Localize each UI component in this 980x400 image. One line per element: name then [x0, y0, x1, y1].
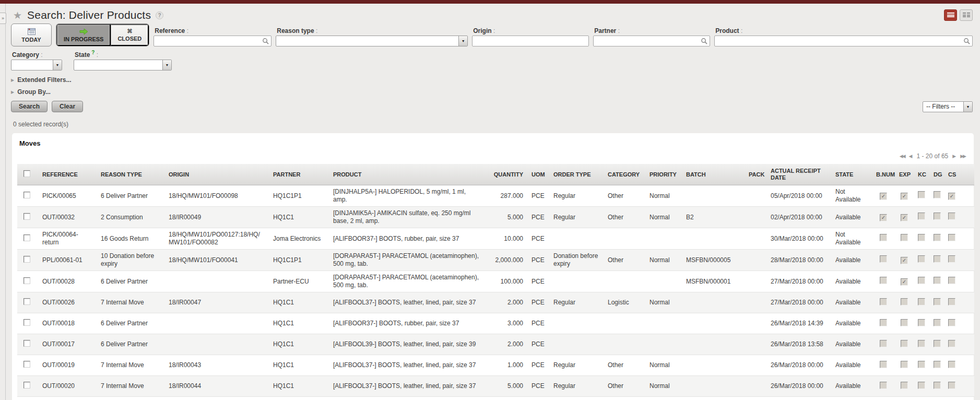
triangle-right-icon: ▶: [11, 90, 14, 95]
column-header-priority[interactable]: PRIORITY: [645, 164, 682, 185]
cell-batch: [682, 355, 745, 376]
table-row[interactable]: PICK/000656 Deliver Partner18/HQ/MW101/F…: [17, 185, 974, 207]
row-select-checkbox[interactable]: [23, 213, 30, 220]
cell-state: Not Available: [831, 185, 872, 207]
product-input[interactable]: [714, 36, 973, 46]
chevron-down-icon[interactable]: ▼: [162, 60, 171, 70]
column-header-dg[interactable]: DG: [929, 164, 944, 185]
chevron-down-icon[interactable]: ▼: [53, 60, 62, 70]
column-view-button[interactable]: [960, 9, 973, 21]
column-header-cs[interactable]: CS: [944, 164, 959, 185]
next-page-icon[interactable]: ▶: [952, 154, 956, 159]
column-header-exp[interactable]: EXP: [895, 164, 914, 185]
cell-pack: [745, 185, 766, 207]
reason-type-label: Reason type :: [276, 27, 468, 34]
table-row[interactable]: OUT/000176 Deliver PartnerHQ1C1[ALIFBOOL…: [17, 334, 974, 355]
row-select-checkbox[interactable]: [23, 340, 30, 347]
cell-kc: [914, 355, 929, 376]
filters-dropdown[interactable]: -- Filters -- ▼: [923, 101, 973, 112]
column-header-category[interactable]: CATEGORY: [604, 164, 645, 185]
cell-cs: [944, 207, 959, 228]
row-select-cell: [17, 313, 38, 334]
table-row[interactable]: PPL/00061-0110 Donation before expiry18/…: [17, 250, 974, 271]
last-page-icon[interactable]: ▶▶: [960, 154, 965, 159]
kc-checkbox: [918, 277, 925, 284]
extended-filters-toggle[interactable]: ▶Extended Filters...: [6, 72, 980, 84]
cs-checkbox: [948, 340, 955, 347]
dg-checkbox: [934, 234, 941, 241]
exp-checkbox: [901, 234, 908, 241]
previous-page-icon[interactable]: ◀: [909, 154, 913, 159]
column-header-product[interactable]: PRODUCT: [329, 164, 486, 185]
row-select-checkbox[interactable]: [23, 319, 30, 326]
filter-bar-2: Category : ▼ State? : ▼: [6, 46, 980, 72]
reference-input[interactable]: [154, 36, 271, 46]
column-header-b_num[interactable]: B.NUM: [872, 164, 895, 185]
table-row[interactable]: OUT/000186 Deliver PartnerHQ1C1[ALIFBOOR…: [17, 313, 974, 334]
column-header-reason_type[interactable]: REASON TYPE: [97, 164, 164, 185]
column-header-state[interactable]: STATE: [831, 164, 872, 185]
column-header-quantity[interactable]: QUANTITY: [486, 164, 527, 185]
partner-input[interactable]: [593, 36, 710, 46]
title-help-icon[interactable]: ?: [156, 11, 163, 19]
column-header-pack[interactable]: PACK: [745, 164, 766, 185]
column-header-origin[interactable]: ORIGIN: [164, 164, 269, 185]
reason-type-select[interactable]: ▼: [276, 36, 468, 46]
cell-actual_receipt_date: 26/Mar/2018 13:58: [766, 334, 831, 355]
cell-quantity: 5.000: [486, 376, 527, 397]
row-select-checkbox[interactable]: [23, 361, 30, 368]
b_num-checkbox: [880, 382, 887, 389]
table-row[interactable]: OUT/000322 Consumption18/IR00049HQ1C1[DI…: [17, 207, 974, 228]
cell-priority: Normal: [645, 250, 682, 271]
chevron-down-icon[interactable]: ▼: [963, 102, 972, 112]
cell-quantity: 287.000: [486, 185, 527, 207]
chevron-down-icon[interactable]: ▼: [458, 36, 467, 46]
first-page-icon[interactable]: ◀◀: [900, 154, 905, 159]
cell-origin: 18/IR00043: [164, 355, 269, 376]
search-button[interactable]: Search: [11, 101, 48, 112]
sidebar-expand-handle[interactable]: »: [0, 13, 6, 24]
column-header-batch[interactable]: BATCH: [682, 164, 745, 185]
pagination: ◀◀ ◀ 1 - 20 of 65 ▶ ▶▶: [17, 152, 969, 164]
column-header-order_type[interactable]: ORDER TYPE: [549, 164, 604, 185]
cell-b_num: [872, 397, 895, 400]
moves-table: REFERENCEREASON TYPEORIGINPARTNERPRODUCT…: [17, 164, 974, 400]
favorite-star-icon[interactable]: ★: [13, 9, 22, 21]
column-header-reference[interactable]: REFERENCE: [38, 164, 97, 185]
table-row[interactable]: OUT/000: [17, 397, 974, 400]
cell-cs: [944, 397, 959, 400]
row-select-checkbox[interactable]: [23, 256, 30, 263]
row-select-checkbox[interactable]: [23, 277, 30, 284]
column-header-uom[interactable]: UOM: [527, 164, 549, 185]
cell-partner: HQ1C1: [269, 334, 329, 355]
select-all-checkbox[interactable]: [23, 170, 30, 177]
state-select[interactable]: ▼: [74, 60, 172, 70]
table-row[interactable]: OUT/000207 Internal Move18/IR00044HQ1C1[…: [17, 376, 974, 397]
cell-cs: [944, 334, 959, 355]
state-help-icon[interactable]: ?: [91, 50, 95, 55]
today-button[interactable]: TODAY: [11, 23, 52, 46]
category-select[interactable]: ▼: [11, 60, 62, 70]
kc-checkbox: [918, 319, 925, 326]
table-row[interactable]: OUT/000197 Internal Move18/IR00043HQ1C1[…: [17, 355, 974, 376]
table-row[interactable]: OUT/000267 Internal Move18/IR00047HQ1C1[…: [17, 292, 974, 313]
row-select-checkbox[interactable]: [23, 234, 30, 241]
in-progress-button[interactable]: IN PROGRESS: [56, 24, 111, 46]
group-by-toggle[interactable]: ▶Group By...: [6, 84, 980, 96]
table-row[interactable]: PICK/00064-return16 Goods Return18/HQ/MW…: [17, 228, 974, 250]
cell-spacer: [959, 228, 974, 250]
clear-button[interactable]: Clear: [52, 101, 83, 112]
list-view-button[interactable]: [944, 9, 957, 21]
closed-button[interactable]: ✖ CLOSED: [111, 24, 149, 46]
cell-reference: PICK/00065: [38, 185, 97, 207]
row-select-checkbox[interactable]: [23, 192, 30, 198]
row-select-checkbox[interactable]: [23, 298, 30, 305]
column-header-kc[interactable]: KC: [914, 164, 929, 185]
row-select-checkbox[interactable]: [23, 382, 30, 389]
cell-batch: MSFBN/000005: [682, 250, 745, 271]
table-row[interactable]: OUT/000286 Deliver PartnerPartner-ECU[DO…: [17, 271, 974, 292]
column-header-actual_receipt_date[interactable]: ACTUAL RECEIPT DATE: [766, 164, 831, 185]
column-header-partner[interactable]: PARTNER: [269, 164, 329, 185]
table-header-row: REFERENCEREASON TYPEORIGINPARTNERPRODUCT…: [17, 164, 974, 185]
origin-input[interactable]: [472, 36, 589, 46]
